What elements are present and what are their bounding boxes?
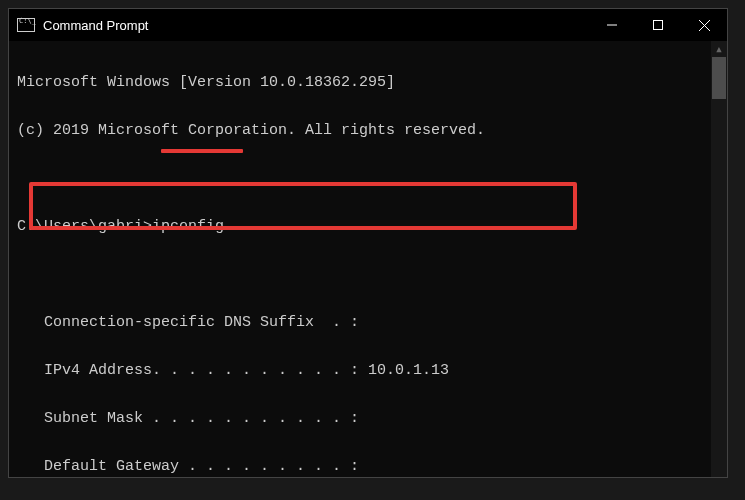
minimize-button[interactable] [589,9,635,41]
window-title: Command Prompt [43,18,589,33]
annotation-underline [161,149,243,153]
subnet-mask-line: Subnet Mask . . . . . . . . . . . : [17,407,719,431]
titlebar[interactable]: Command Prompt [9,9,727,41]
dns-suffix-line: Connection-specific DNS Suffix . : [17,311,719,335]
cmd-icon [17,18,35,32]
command-prompt-window: Command Prompt Microsoft Windows [Versio… [8,8,728,478]
annotation-box [29,182,577,230]
default-gateway-line: Default Gateway . . . . . . . . . : [17,455,719,479]
blank-line [17,263,719,287]
vertical-scrollbar[interactable]: ▲ [711,41,727,477]
scroll-thumb[interactable] [712,57,726,99]
svg-rect-1 [654,21,663,30]
version-line: Microsoft Windows [Version 10.0.18362.29… [17,71,719,95]
copyright-line: (c) 2019 Microsoft Corporation. All righ… [17,119,719,143]
ipv4-address-line: IPv4 Address. . . . . . . . . . . : 10.0… [17,359,719,383]
close-button[interactable] [681,9,727,41]
terminal-output[interactable]: Microsoft Windows [Version 10.0.18362.29… [9,41,727,477]
scroll-up-icon[interactable]: ▲ [711,41,727,57]
maximize-button[interactable] [635,9,681,41]
titlebar-controls [589,9,727,41]
